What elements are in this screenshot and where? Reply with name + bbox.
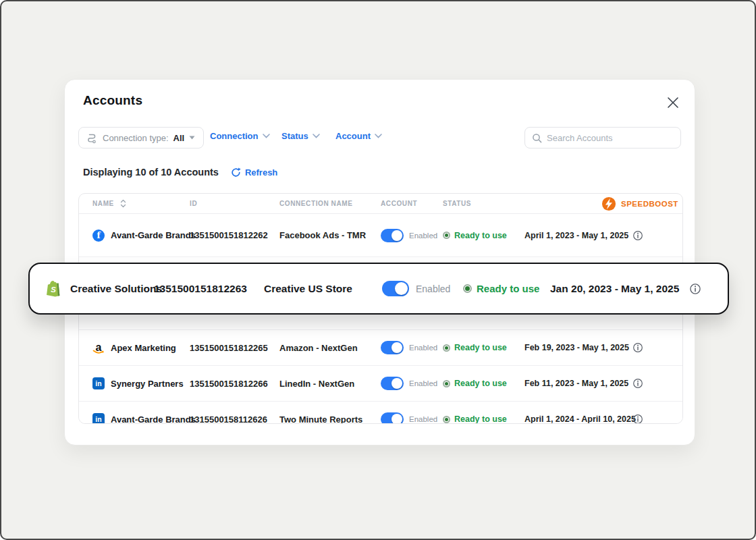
account-id: 1315500158112626 <box>190 414 279 425</box>
account-name: Avant-Garde Brands <box>111 414 196 425</box>
date-range: April 1, 2023 - May 1, 2025 <box>524 231 632 240</box>
account-id: 1351500151812265 <box>190 343 279 353</box>
status-text: Ready to use <box>477 283 539 294</box>
enabled-toggle[interactable] <box>381 341 404 354</box>
status-dot-icon <box>443 232 450 239</box>
connection-name: Amazon - NextGen <box>279 343 381 353</box>
results-count: Displaying 10 of 10 Accounts <box>83 167 219 178</box>
info-icon[interactable] <box>632 342 643 353</box>
toggle-label: Enabled <box>409 344 437 352</box>
enabled-toggle[interactable] <box>381 229 404 242</box>
table-row[interactable]: in Synergy Partners 1351500151812266 Lin… <box>79 366 682 402</box>
info-icon[interactable] <box>632 414 643 424</box>
linkedin-icon: in <box>92 413 105 424</box>
info-icon[interactable] <box>632 378 643 389</box>
toggle-label: Enabled <box>409 232 437 240</box>
connection-type-value: All <box>173 133 185 143</box>
amazon-icon: a <box>92 341 105 354</box>
account-dropdown[interactable]: Account <box>335 131 382 141</box>
status-dropdown-label: Status <box>281 131 308 141</box>
status-text: Ready to use <box>454 343 507 352</box>
info-icon[interactable] <box>632 230 643 241</box>
status-text: Ready to use <box>454 414 507 424</box>
date-range: Feb 19, 2023 - May 1, 2025 <box>524 343 632 352</box>
enabled-toggle[interactable] <box>382 281 409 296</box>
desktop-background: Accounts Connection type: All Connection… <box>0 0 756 540</box>
account-id: 1351500151812266 <box>190 379 279 389</box>
toggle-knob <box>395 282 408 295</box>
connection-dropdown-label: Connection <box>210 131 259 141</box>
refresh-icon <box>231 167 241 178</box>
date-range: Jan 20, 2023 - May 1, 2025 <box>550 283 689 295</box>
account-name: Creative Solutions <box>70 283 162 295</box>
header-name[interactable]: NAME <box>79 199 190 208</box>
connection-name: LinedIn - NextGen <box>279 379 381 389</box>
sort-icon[interactable] <box>120 199 126 208</box>
toggle-label: Enabled <box>409 415 437 423</box>
svg-text:S: S <box>51 286 56 294</box>
toggle-knob <box>392 342 402 353</box>
table-header-row: NAME ID CONNECTION NAME ACCOUNT STATUS S… <box>79 194 682 214</box>
info-icon[interactable] <box>689 283 701 295</box>
caret-down-icon <box>189 136 195 140</box>
toggle-label: Enabled <box>409 379 437 387</box>
speedboost-bolt-icon <box>601 196 616 211</box>
status-dot-icon <box>443 380 450 387</box>
connection-dropdown[interactable]: Connection <box>210 131 270 141</box>
results-summary: Displaying 10 of 10 Accounts Refresh <box>83 167 277 178</box>
search-input[interactable] <box>547 133 674 143</box>
date-range: Feb 11, 2023 - May 1, 2025 <box>524 379 632 388</box>
header-id: ID <box>190 200 279 207</box>
connection-name: Creative US Store <box>264 283 382 295</box>
status-text: Ready to use <box>454 379 507 388</box>
account-dropdown-label: Account <box>335 131 371 141</box>
table-row[interactable]: a Apex Marketing 1351500151812265 Amazon… <box>79 330 682 366</box>
connection-name: Two Minute Reports <box>279 414 381 425</box>
connection-type-icon <box>87 132 98 144</box>
status-dropdown[interactable]: Status <box>281 131 320 141</box>
table-row[interactable]: f Avant-Garde Brands 1351500151812262 Fa… <box>79 214 682 257</box>
connection-type-filter[interactable]: Connection type: All <box>78 127 204 148</box>
chevron-down-icon <box>263 134 270 138</box>
account-id: 1351500151812263 <box>154 283 264 295</box>
chevron-down-icon <box>375 134 382 138</box>
status-text: Ready to use <box>454 231 507 240</box>
account-name: Avant-Garde Brands <box>111 230 196 240</box>
toggle-knob <box>392 230 402 241</box>
account-name: Synergy Partners <box>111 379 184 389</box>
table-row[interactable]: in Avant-Garde Brands 1315500158112626 T… <box>79 402 682 424</box>
date-range: April 1, 2024 - April 10, 2025 <box>524 414 632 424</box>
linkedin-icon: in <box>92 377 105 389</box>
search-box <box>524 127 681 148</box>
header-account: ACCOUNT <box>381 200 443 207</box>
header-status: STATUS <box>443 200 524 207</box>
close-icon[interactable] <box>666 96 680 109</box>
page-title: Accounts <box>83 93 142 108</box>
toggle-knob <box>392 414 402 424</box>
chevron-down-icon <box>313 134 320 138</box>
status-dot-icon <box>443 344 450 352</box>
account-id: 1351500151812262 <box>190 230 279 240</box>
speedboost-wordmark: SPEEDBOOST <box>621 200 678 208</box>
status-dot-icon <box>463 284 472 293</box>
connection-name: Facebook Ads - TMR <box>279 230 381 240</box>
refresh-button[interactable]: Refresh <box>231 167 277 178</box>
magnified-row-callout[interactable]: S Creative Solutions 1351500151812263 Cr… <box>28 263 729 315</box>
shopify-icon: S <box>46 279 63 298</box>
enabled-toggle[interactable] <box>381 377 404 390</box>
toggle-knob <box>392 378 402 389</box>
header-connection-name: CONNECTION NAME <box>279 200 381 207</box>
account-name: Apex Marketing <box>111 343 176 353</box>
toggle-label: Enabled <box>416 284 450 294</box>
enabled-toggle[interactable] <box>381 412 404 424</box>
search-icon <box>532 133 542 143</box>
facebook-icon: f <box>92 230 105 242</box>
connection-type-label: Connection type: <box>103 133 169 143</box>
speedboost-logo: SPEEDBOOST <box>601 196 678 211</box>
refresh-label: Refresh <box>245 167 277 178</box>
status-dot-icon <box>443 416 450 423</box>
